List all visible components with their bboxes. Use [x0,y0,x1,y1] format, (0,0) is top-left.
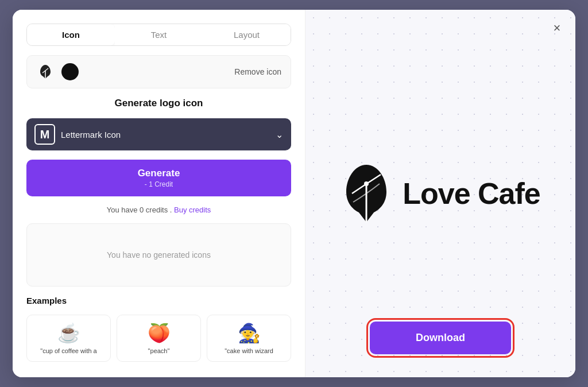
generate-button[interactable]: Generate - 1 Credit [26,160,291,196]
examples-grid: ☕ "cup of coffee with a 🍑 "peach" 🧙 "cak… [26,315,291,362]
example-emoji-1: 🍑 [148,322,171,344]
generate-button-label: Generate [138,168,180,179]
examples-title: Examples [26,296,291,305]
example-card-1[interactable]: 🍑 "peach" [117,315,201,362]
example-emoji-0: ☕ [57,322,80,344]
example-card-2[interactable]: 🧙 "cake with wizard [207,315,291,362]
credits-text: You have 0 credits . [107,206,172,214]
no-icons-area: You have no generated icons [26,223,291,287]
tab-icon[interactable]: Icon [27,24,115,45]
close-button[interactable]: × [548,19,566,37]
tabs-container: Icon Text Layout [26,24,291,46]
color-circle-preview [61,63,79,80]
example-label-0: "cup of coffee with a [40,347,96,354]
chevron-down-icon: ⌄ [276,129,283,140]
generate-button-sub: - 1 Credit [145,180,173,188]
dropdown-label: Lettermark Icon [61,130,270,140]
example-emoji-2: 🧙 [238,322,261,344]
svg-point-0 [364,181,369,186]
modal-overlay: Icon Text Layout Remove icon Generate lo… [0,0,588,387]
section-title: Generate logo icon [26,98,291,109]
tab-text[interactable]: Text [115,24,203,45]
right-panel: × Love Cafe Download [305,10,575,377]
download-btn-wrapper: Download [305,322,575,354]
example-label-1: "peach" [148,347,170,354]
logo-text-preview: Love Cafe [403,176,540,211]
example-label-2: "cake with wizard [225,347,273,354]
modal: Icon Text Layout Remove icon Generate lo… [13,10,575,377]
download-button[interactable]: Download [370,322,511,354]
logo-preview-area: Love Cafe [341,162,540,225]
remove-icon-button[interactable]: Remove icon [234,67,281,76]
style-dropdown[interactable]: M Lettermark Icon ⌄ [26,118,291,150]
left-panel: Icon Text Layout Remove icon Generate lo… [13,10,305,377]
icon-selector-row: Remove icon [26,55,291,88]
tab-layout[interactable]: Layout [203,24,291,45]
logo-leaf-icon [341,162,392,225]
buy-credits-link[interactable]: Buy credits [174,206,211,214]
credits-row: You have 0 credits . Buy credits [26,206,291,214]
lettermark-icon: M [34,124,55,145]
example-card-0[interactable]: ☕ "cup of coffee with a [26,315,111,362]
leaf-icon-preview [36,63,55,81]
no-icons-text: You have no generated icons [107,250,211,260]
